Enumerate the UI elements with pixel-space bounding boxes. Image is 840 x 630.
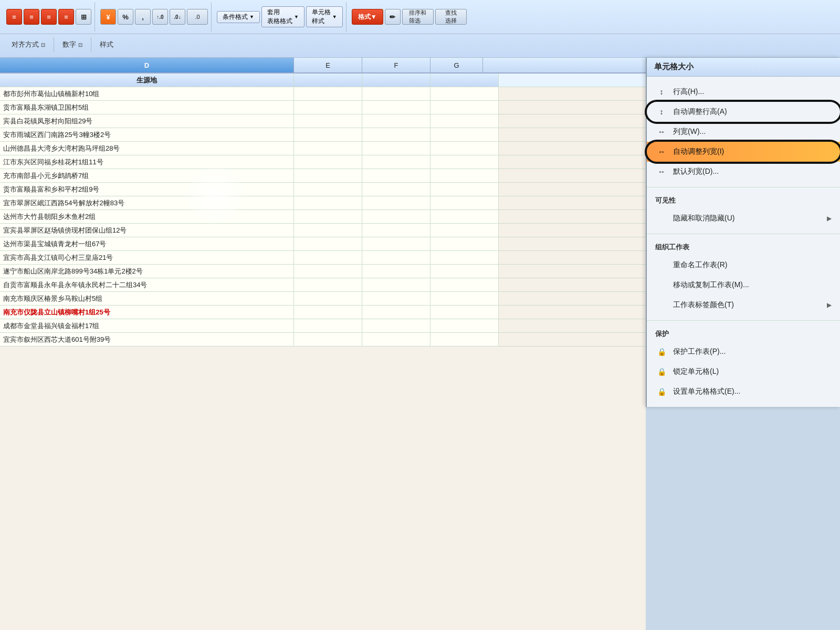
cell-f-4[interactable] — [362, 142, 430, 155]
cell-e-11[interactable] — [294, 237, 362, 250]
cell-d-7[interactable]: 贡市富顺县富和乡和平村2组9号 — [0, 183, 294, 196]
cell-f-18[interactable] — [362, 333, 430, 346]
cell-f-15[interactable] — [362, 292, 430, 305]
cell-f-2[interactable] — [362, 114, 430, 128]
cell-e-15[interactable] — [294, 292, 362, 305]
rename-item[interactable]: 重命名工作表(R) — [647, 255, 840, 275]
cell-g-8[interactable] — [430, 196, 499, 209]
decrease-decimal-btn[interactable]: .0↓ — [170, 9, 185, 25]
percent-btn[interactable]: % — [118, 9, 133, 25]
cell-g-12[interactable] — [430, 251, 499, 264]
cell-g-9[interactable] — [430, 210, 499, 223]
align-justify-btn[interactable]: ≡ — [58, 9, 74, 25]
cell-d-1[interactable]: 贡市富顺县东湖镇卫国村5组 — [0, 101, 294, 114]
cell-d-5[interactable]: 江市东兴区同福乡桂花村1组11号 — [0, 155, 294, 169]
cell-g-18[interactable] — [430, 333, 499, 346]
cell-e-3[interactable] — [294, 128, 362, 141]
cell-e-16[interactable] — [294, 306, 362, 319]
cell-d-3[interactable]: 安市雨城区西门南路25号3幢3楼2号 — [0, 128, 294, 141]
cell-f-0[interactable] — [362, 87, 430, 100]
move-copy-item[interactable]: 移动或复制工作表(M)... — [647, 275, 840, 295]
col-header-g[interactable]: G — [430, 58, 483, 72]
cell-e-9[interactable] — [294, 210, 362, 223]
cell-d-13[interactable]: 遂宁市船山区南岸北路899号34栋1单元2楼2号 — [0, 265, 294, 278]
cell-d-12[interactable]: 宜宾市高县文江镇司心村三皇庙21号 — [0, 251, 294, 264]
cell-d-17[interactable]: 成都市金堂县福兴镇金福村17组 — [0, 319, 294, 332]
cell-f-12[interactable] — [362, 251, 430, 264]
cell-e-13[interactable] — [294, 265, 362, 278]
cell-e-12[interactable] — [294, 251, 362, 264]
cell-f-7[interactable] — [362, 183, 430, 196]
find-select-btn[interactable]: 查找选择 — [435, 9, 467, 25]
conditional-format-btn[interactable]: 条件格式 ▼ — [217, 11, 260, 23]
cell-f-5[interactable] — [362, 155, 430, 169]
cell-f-17[interactable] — [362, 319, 430, 332]
decimal-format-btn[interactable]: .0 — [187, 9, 208, 25]
cell-f-3[interactable] — [362, 128, 430, 141]
col-header-e[interactable]: E — [294, 58, 362, 72]
cell-e-5[interactable] — [294, 155, 362, 169]
cell-d-10[interactable]: 宜宾县翠屏区赵场镇傍现村团保山组12号 — [0, 224, 294, 237]
cell-f-9[interactable] — [362, 210, 430, 223]
cell-d-16[interactable]: 南充市仪陇县立山镇柳嘴村1组25号 — [0, 306, 294, 319]
cell-g-1[interactable] — [430, 101, 499, 114]
cell-f-1[interactable] — [362, 101, 430, 114]
cell-g-4[interactable] — [430, 142, 499, 155]
protect-sheet-item[interactable]: 🔒 保护工作表(P)... — [647, 342, 840, 362]
cell-e-6[interactable] — [294, 169, 362, 182]
cell-d-4[interactable]: 山州德昌县大湾乡大湾村跑马坪组28号 — [0, 142, 294, 155]
cell-f-13[interactable] — [362, 265, 430, 278]
col-width-item[interactable]: ↔ 列宽(W)... — [647, 122, 840, 142]
merge-btn[interactable]: ⊞ — [76, 9, 91, 25]
increase-decimal-btn[interactable]: ↑.0 — [152, 9, 168, 25]
cell-d-14[interactable]: 自贡市富顺县永年县永年镇永民村二十二组34号 — [0, 278, 294, 291]
cell-e-7[interactable] — [294, 183, 362, 196]
cell-e-0[interactable] — [294, 87, 362, 100]
cell-g-14[interactable] — [430, 278, 499, 291]
tab-color-item[interactable]: 工作表标签颜色(T) ▶ — [647, 295, 840, 315]
cell-g-11[interactable] — [430, 237, 499, 250]
cell-d-15[interactable]: 南充市顺庆区椿景乡马鞍山村5组 — [0, 292, 294, 305]
cell-style-btn[interactable]: 单元格样式 ▼ — [306, 6, 343, 27]
cell-f-6[interactable] — [362, 169, 430, 182]
cell-d-18[interactable]: 宜宾市叙州区西芯大道601号附39号 — [0, 333, 294, 346]
cell-e-17[interactable] — [294, 319, 362, 332]
cell-g-17[interactable] — [430, 319, 499, 332]
cell-g-10[interactable] — [430, 224, 499, 237]
cell-d-8[interactable]: 宜市翠屏区岷江西路54号解放村2幢83号 — [0, 196, 294, 209]
col-header-d[interactable]: D — [0, 58, 294, 72]
cell-d-2[interactable]: 宾县白花镇凤形村向阳组29号 — [0, 114, 294, 128]
align-center-btn[interactable]: ≡ — [24, 9, 39, 25]
cell-f-11[interactable] — [362, 237, 430, 250]
comma-btn[interactable]: , — [135, 9, 151, 25]
cell-e-8[interactable] — [294, 196, 362, 209]
cell-e-14[interactable] — [294, 278, 362, 291]
lock-cell-item[interactable]: 🔒 锁定单元格(L) — [647, 362, 840, 382]
cell-e-10[interactable] — [294, 224, 362, 237]
align-left-btn[interactable]: ≡ — [6, 9, 22, 25]
cell-g-16[interactable] — [430, 306, 499, 319]
cell-f-16[interactable] — [362, 306, 430, 319]
cell-e-18[interactable] — [294, 333, 362, 346]
cell-g-6[interactable] — [430, 169, 499, 182]
currency-btn[interactable]: ¥ — [100, 9, 116, 25]
cell-g-3[interactable] — [430, 128, 499, 141]
cell-d-9[interactable]: 达州市大竹县朝阳乡木鱼村2组 — [0, 210, 294, 223]
col-header-f[interactable]: F — [362, 58, 430, 72]
cell-g-0[interactable] — [430, 87, 499, 100]
format-btn[interactable]: 格式▼ — [352, 9, 383, 25]
align-right-btn[interactable]: ≡ — [41, 9, 57, 25]
cell-d-11[interactable]: 达州市渠县宝城镇青龙村一组67号 — [0, 237, 294, 250]
cell-f-14[interactable] — [362, 278, 430, 291]
default-col-width-item[interactable]: ↔ 默认列宽(D)... — [647, 162, 840, 182]
sort-filter-btn[interactable]: 排序和筛选 — [402, 9, 434, 25]
cell-e-2[interactable] — [294, 114, 362, 128]
row-height-item[interactable]: ↕ 行高(H)... — [647, 82, 840, 102]
format-cell-item[interactable]: 🔒 设置单元格格式(E)... — [647, 382, 840, 402]
auto-col-width-item[interactable]: ↔ 自动调整列宽(I) 😎 — [647, 142, 840, 162]
cell-d-0[interactable]: 都市彭州市葛仙山镇楠新村10组 — [0, 87, 294, 100]
cell-e-1[interactable] — [294, 101, 362, 114]
cell-g-13[interactable] — [430, 265, 499, 278]
table-format-btn[interactable]: 套用表格格式 ▼ — [261, 6, 304, 27]
cell-g-2[interactable] — [430, 114, 499, 128]
